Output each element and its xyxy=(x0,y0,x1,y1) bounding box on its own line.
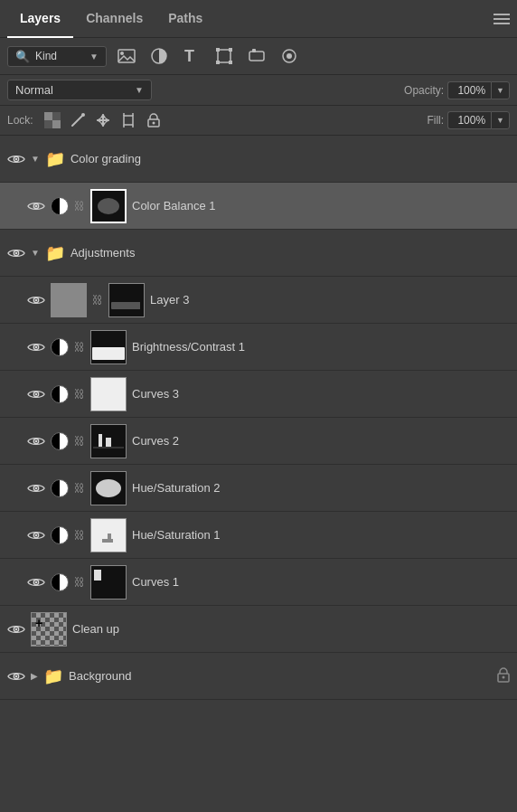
eye-background[interactable] xyxy=(7,667,25,685)
layer-hue-saturation-2-label: Hue/Saturation 2 xyxy=(132,481,510,495)
eye-color-grading[interactable] xyxy=(7,150,25,168)
thumb-clean-up: + xyxy=(31,612,67,647)
svg-point-49 xyxy=(35,533,38,536)
chain-color-balance: ⛓ xyxy=(74,200,85,212)
svg-point-30 xyxy=(15,251,18,254)
svg-rect-51 xyxy=(108,533,111,539)
filter-smart-icon[interactable] xyxy=(244,43,269,69)
tab-paths[interactable]: Paths xyxy=(155,0,215,38)
group-color-grading[interactable]: ▼ 📁 Color grading xyxy=(0,136,517,183)
layer-brightness-contrast-1[interactable]: ⛓ Brightness/Contrast 1 xyxy=(0,324,517,371)
layer-layer3-label: Layer 3 xyxy=(150,293,510,307)
layer-background-label: Background xyxy=(69,669,492,683)
tab-layers[interactable]: Layers xyxy=(7,0,73,38)
eye-hue-saturation-1[interactable] xyxy=(27,526,45,544)
folder-adjustments-icon: 📁 xyxy=(45,243,65,263)
chain-layer3: ⛓ xyxy=(92,294,103,307)
layer-clean-up-label: Clean up xyxy=(72,622,510,636)
lock-position-icon[interactable] xyxy=(93,110,113,130)
svg-text:T: T xyxy=(184,48,194,64)
fill-control[interactable]: 100% ▼ xyxy=(447,111,510,129)
svg-rect-14 xyxy=(52,120,61,128)
svg-rect-15 xyxy=(52,112,61,120)
svg-point-39 xyxy=(35,392,38,395)
layer-curves-3[interactable]: ⛓ Curves 3 xyxy=(0,371,517,418)
svg-point-35 xyxy=(35,345,38,348)
svg-rect-16 xyxy=(44,120,52,128)
adj-icon-brightness-contrast xyxy=(51,338,69,356)
filter-circle-icon[interactable] xyxy=(277,43,302,69)
lock-artboard-icon[interactable] xyxy=(118,110,138,130)
layer-clean-up[interactable]: + Clean up xyxy=(0,606,517,653)
thumb-hue-saturation-2 xyxy=(90,471,127,505)
svg-point-53 xyxy=(35,581,38,583)
svg-point-46 xyxy=(35,486,38,489)
svg-rect-43 xyxy=(106,438,111,447)
svg-rect-18 xyxy=(124,116,133,125)
thumb-layer3-mask xyxy=(108,283,145,317)
lock-label: Lock: xyxy=(7,114,33,127)
eye-brightness-contrast-1[interactable] xyxy=(27,338,45,356)
lock-transparent-icon[interactable] xyxy=(42,110,62,130)
blend-mode-dropdown[interactable]: Normal ▼ xyxy=(7,80,152,100)
layer-layer3[interactable]: ⛓ Layer 3 xyxy=(0,277,517,324)
chain-huesat1: ⛓ xyxy=(74,529,85,542)
eye-curves-1[interactable] xyxy=(27,573,45,591)
toolbar-row1: 🔍 Kind ▼ T xyxy=(0,38,517,75)
layer-hue-saturation-1[interactable]: ⛓ Hue/Saturation 1 xyxy=(0,512,517,559)
layer-curves-2-label: Curves 2 xyxy=(132,434,510,448)
opacity-arrow[interactable]: ▼ xyxy=(491,81,510,99)
opacity-control[interactable]: 100% ▼ xyxy=(447,81,510,99)
filter-type-icon[interactable]: T xyxy=(179,43,204,69)
svg-rect-44 xyxy=(93,447,124,448)
folder-color-grading-icon: 📁 xyxy=(45,149,65,169)
tab-channels[interactable]: Channels xyxy=(73,0,155,38)
svg-point-59 xyxy=(15,675,18,677)
svg-rect-37 xyxy=(92,333,125,347)
eye-curves-2[interactable] xyxy=(27,432,45,450)
layer-curves-1[interactable]: ⛓ Curves 1 xyxy=(0,559,517,606)
svg-point-28 xyxy=(35,204,38,207)
layer-curves-1-label: Curves 1 xyxy=(132,575,510,589)
filter-shape-icon[interactable] xyxy=(212,43,237,69)
eye-curves-3[interactable] xyxy=(27,385,45,403)
collapse-adjustments[interactable]: ▼ xyxy=(31,248,40,258)
lock-image-icon[interactable] xyxy=(68,110,88,130)
opacity-value[interactable]: 100% xyxy=(447,81,491,99)
fill-value[interactable]: 100% xyxy=(447,111,491,129)
svg-rect-36 xyxy=(92,347,125,360)
layer-color-balance-1[interactable]: ⛓ Color Balance 1 xyxy=(0,183,517,230)
panel-menu-icon[interactable] xyxy=(494,14,510,24)
layer-hue-saturation-2[interactable]: ⛓ Hue/Saturation 2 xyxy=(0,465,517,512)
layer-curves-2[interactable]: ⛓ Curves 2 xyxy=(0,418,517,465)
filter-pixel-icon[interactable] xyxy=(114,43,139,69)
adj-icon-huesat1 xyxy=(51,526,69,544)
thumb-layer3-left xyxy=(51,283,87,317)
eye-clean-up[interactable] xyxy=(7,620,25,638)
layers-list: ▼ 📁 Color grading ⛓ Color Balance 1 ▼ 📁 xyxy=(0,136,517,794)
collapse-color-grading[interactable]: ▼ xyxy=(31,154,40,164)
eye-color-balance-1[interactable] xyxy=(27,197,45,215)
filter-adjustment-icon[interactable] xyxy=(146,43,172,69)
layer-background[interactable]: ▶ 📁 Background xyxy=(0,653,517,700)
eye-adjustments[interactable] xyxy=(7,244,25,262)
eye-hue-saturation-2[interactable] xyxy=(27,479,45,497)
tabs-bar: Layers Channels Paths xyxy=(0,0,517,38)
svg-point-41 xyxy=(35,439,38,442)
fill-section: Fill: 100% ▼ xyxy=(427,111,510,129)
adj-icon-huesat2 xyxy=(51,479,69,497)
group-adjustments[interactable]: ▼ 📁 Adjustments xyxy=(0,230,517,277)
chain-huesat2: ⛓ xyxy=(74,482,85,495)
svg-rect-6 xyxy=(229,48,232,52)
fill-arrow[interactable]: ▼ xyxy=(491,111,510,129)
layer-hue-saturation-1-label: Hue/Saturation 1 xyxy=(132,528,510,542)
eye-layer3[interactable] xyxy=(27,291,45,309)
group-adjustments-label: Adjustments xyxy=(70,246,510,260)
svg-rect-0 xyxy=(118,50,135,62)
svg-point-17 xyxy=(81,113,85,117)
kind-dropdown[interactable]: 🔍 Kind ▼ xyxy=(7,46,107,67)
lock-all-icon[interactable] xyxy=(144,110,164,130)
collapse-background[interactable]: ▶ xyxy=(31,671,38,681)
layer-color-balance-1-label: Color Balance 1 xyxy=(132,199,510,212)
svg-point-26 xyxy=(15,157,18,160)
